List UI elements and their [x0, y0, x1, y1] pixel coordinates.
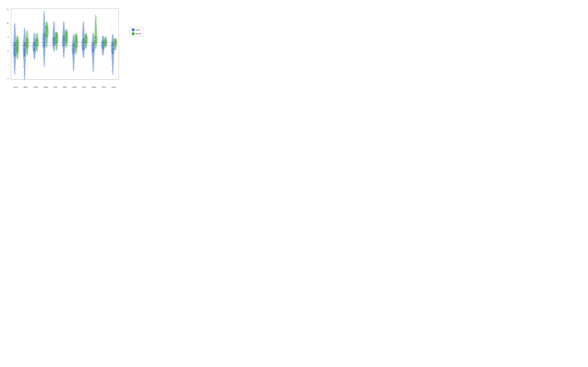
data-point — [74, 67, 75, 67]
x-axis-label: COAD — [34, 86, 38, 88]
data-point — [64, 54, 65, 54]
data-point — [57, 49, 57, 50]
data-point — [96, 22, 97, 22]
x-axis-labels: BLCABRCACOADHNSCKICHKIRCLUADLUSCPRADTHCA… — [11, 86, 119, 88]
data-point — [35, 34, 36, 35]
data-point — [47, 46, 48, 47]
x-axis-label: KICH — [53, 86, 57, 88]
data-point — [45, 13, 45, 13]
legend-color-box — [132, 28, 135, 31]
data-point — [52, 23, 53, 24]
data-point — [37, 50, 38, 51]
data-point — [82, 24, 83, 24]
data-point — [18, 36, 18, 37]
data-point — [84, 56, 84, 57]
data-point — [54, 22, 55, 23]
data-point — [54, 24, 55, 25]
plot-svg — [11, 9, 119, 79]
data-point — [94, 17, 95, 18]
data-point — [102, 53, 102, 54]
data-point — [112, 65, 112, 65]
data-point — [23, 76, 24, 76]
data-point — [35, 58, 35, 58]
data-point — [45, 17, 45, 17]
data-point — [47, 44, 48, 45]
data-point — [113, 73, 114, 73]
data-point — [18, 58, 18, 58]
data-point — [113, 63, 114, 64]
data-point — [28, 31, 28, 32]
data-point — [27, 54, 28, 55]
data-point — [33, 35, 34, 35]
y-tick-label: 6 — [8, 78, 9, 80]
x-axis-label: BLCA — [14, 86, 18, 88]
data-point — [92, 36, 92, 36]
x-axis-label: THCA — [102, 86, 106, 88]
data-point — [44, 65, 45, 65]
iqr-box — [46, 25, 47, 37]
data-point — [92, 69, 93, 69]
data-point — [113, 36, 114, 36]
data-point — [74, 69, 75, 70]
iqr-box — [63, 36, 64, 46]
data-point — [45, 61, 45, 61]
legend-item: Tumor — [132, 28, 141, 31]
data-point — [15, 24, 16, 25]
y-tick-label: 10 — [7, 22, 9, 24]
data-point — [28, 33, 28, 33]
data-point — [23, 31, 24, 32]
x-axis-label: KIRC — [63, 86, 67, 88]
data-point — [104, 36, 104, 37]
data-point — [23, 67, 24, 67]
x-axis-label: PRAD — [92, 86, 96, 88]
iqr-box — [93, 42, 94, 52]
data-point — [38, 49, 38, 50]
data-point — [16, 69, 16, 69]
data-point — [57, 48, 58, 49]
x-axis-label: HNSC — [43, 86, 48, 88]
data-point — [53, 49, 53, 50]
data-point — [16, 37, 17, 38]
data-point — [116, 49, 117, 49]
data-point — [106, 46, 107, 47]
data-point — [72, 68, 73, 68]
data-point — [25, 29, 26, 30]
data-point — [102, 37, 102, 37]
data-point — [94, 34, 94, 35]
data-point — [67, 47, 67, 47]
data-point — [77, 51, 78, 52]
data-point — [35, 36, 35, 36]
data-point — [86, 47, 87, 47]
legend-item: Normal — [132, 33, 141, 35]
data-point — [74, 60, 75, 61]
y-tick-label: 9 — [8, 36, 9, 38]
data-point — [96, 18, 97, 19]
data-point — [85, 34, 85, 35]
legend-color-box — [132, 33, 135, 35]
data-point — [82, 55, 83, 56]
data-point — [26, 32, 26, 33]
data-point — [94, 70, 94, 71]
data-point — [35, 34, 35, 34]
data-point — [113, 70, 114, 71]
data-point — [116, 49, 116, 50]
data-point — [106, 37, 107, 38]
data-point — [62, 55, 63, 56]
legend-label: Tumor — [136, 29, 140, 31]
data-point — [94, 68, 95, 68]
legend: TumorNormal — [130, 27, 143, 37]
data-point — [15, 72, 16, 73]
data-point — [35, 56, 36, 57]
data-point — [96, 16, 97, 17]
data-point — [104, 53, 104, 53]
data-point — [111, 37, 112, 38]
data-point — [84, 23, 85, 23]
data-point — [92, 62, 93, 63]
data-point — [47, 22, 48, 23]
data-point — [84, 54, 85, 54]
data-point — [64, 25, 65, 26]
data-point — [43, 15, 43, 16]
data-point — [103, 54, 104, 55]
x-axis-label: BRCA — [24, 86, 28, 88]
data-point — [64, 23, 65, 23]
